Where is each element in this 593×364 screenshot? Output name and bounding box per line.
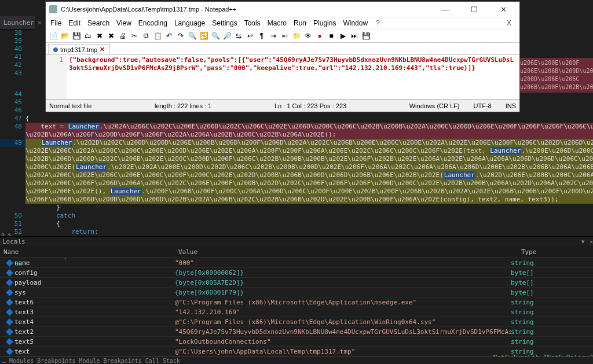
panel-header: Locals ▾ × <box>0 237 593 246</box>
menu-edit[interactable]: Edit <box>66 19 83 27</box>
panel-dropdown-icon[interactable]: ▾ <box>579 238 587 246</box>
locals-row[interactable]: payload{byte[0x005A7E2D]}byte[] <box>0 278 593 288</box>
menu-search[interactable]: Search <box>85 19 112 27</box>
playmulti-icon[interactable]: ⏭ <box>349 31 360 41</box>
menu-encoding[interactable]: Encoding <box>136 19 170 27</box>
ide-window: Launcher × 38 39 40 41 42 43 44 45 46 47… <box>0 0 593 364</box>
status-length: length : 222 lines : 1 <box>155 102 211 109</box>
menu-run[interactable]: Run <box>291 19 309 27</box>
menu-settings[interactable]: Settings <box>210 19 239 27</box>
locals-row[interactable]: text3"142.132.210.169"string <box>0 307 593 317</box>
file-tabstrip: tmp1317.tmp ✕ <box>46 43 519 55</box>
file-tab-label: tmp1317.tmp <box>60 46 97 53</box>
menu-language[interactable]: Language <box>172 19 207 27</box>
menu-window[interactable]: Window <box>341 19 370 27</box>
save-icon[interactable]: 💾 <box>71 31 82 41</box>
locals-panel: Name Value Type name"000"stringconfig{by… <box>0 246 593 357</box>
redo-icon[interactable]: ↷ <box>175 31 186 41</box>
allchars-icon[interactable]: ¶ <box>257 31 267 41</box>
var-icon <box>6 338 13 345</box>
window-title: C:\Users\john\AppData\Local\Temp\tmp1317… <box>61 6 429 13</box>
status-encoding: UTF-8 <box>474 102 492 109</box>
col-value[interactable]: Value <box>175 248 518 256</box>
saveall-icon[interactable]: 🗂 <box>83 31 93 41</box>
locals-row[interactable]: name"000"string <box>0 258 593 268</box>
replace-icon[interactable]: 🔁 <box>199 31 209 41</box>
secondary-close-icon[interactable]: X <box>504 19 514 27</box>
menu-tools[interactable]: Tools <box>242 19 263 27</box>
var-type: string <box>511 299 593 306</box>
maximize-button[interactable]: ☐ <box>462 5 487 14</box>
notepad-window: C:\Users\john\AppData\Local\Temp\tmp1317… <box>45 1 520 112</box>
minimize-button[interactable]: — <box>433 5 458 14</box>
closeall-icon[interactable]: ✖ <box>106 31 116 41</box>
var-icon <box>6 289 13 296</box>
app-icon <box>49 5 57 13</box>
cut-icon[interactable]: ✂ <box>129 31 140 41</box>
menu-plugins[interactable]: Plugins <box>311 19 338 27</box>
wrap-icon[interactable]: ↩ <box>245 31 255 41</box>
locals-row[interactable]: config{byte[0x00000062]}byte[] <box>0 268 593 278</box>
undo-icon[interactable]: ↶ <box>164 31 174 41</box>
var-icon <box>6 328 13 336</box>
var-icon <box>6 318 13 326</box>
menu-help[interactable]: ? <box>374 19 382 27</box>
titlebar[interactable]: C:\Users\john\AppData\Local\Temp\tmp1317… <box>46 2 519 17</box>
new-icon[interactable]: 📄 <box>48 31 58 41</box>
menu-file[interactable]: File <box>48 19 64 27</box>
record-icon[interactable]: ● <box>314 31 325 41</box>
play-icon[interactable]: ▶ <box>338 31 348 41</box>
locals-row[interactable]: text5"LockOutboundConnections"string <box>0 337 593 347</box>
bottom-tabbar[interactable]: … Modules Breakpoints Module Breakpoints… <box>0 356 593 364</box>
status-insert: INS <box>506 102 516 109</box>
menu-view[interactable]: View <box>114 19 134 27</box>
copy-icon[interactable]: ⧉ <box>141 31 151 41</box>
open-icon[interactable]: 📂 <box>60 31 70 41</box>
savemacro-icon[interactable]: 💾 <box>361 31 371 41</box>
tab-close-icon[interactable]: ✕ <box>100 46 105 53</box>
paste-icon[interactable]: 📋 <box>152 31 163 41</box>
sync-icon[interactable]: ⇆ <box>233 31 244 41</box>
var-name: text3 <box>14 308 34 316</box>
editor-area[interactable]: 1 {"background":true,"autosave":false,"p… <box>46 55 519 100</box>
toolbar: 📄 📂 💾 🗂 ✖ ✖ 🖨 ✂ ⧉ 📋 ↶ ↷ 🔍 🔁 🔍 🔎 ⇆ ↩ ¶ ⇥ … <box>46 29 519 43</box>
status-filetype: Normal text file <box>49 102 91 109</box>
var-type: string <box>511 259 593 267</box>
zoomin-icon[interactable]: 🔍 <box>210 31 221 41</box>
var-type: byte[] <box>511 289 593 296</box>
close-icon[interactable]: × <box>38 19 41 26</box>
locals-row[interactable]: text2"45Q69ryAJe7Sv73HuyvbD5dxnozUvn9NKb… <box>0 327 593 337</box>
editor-text[interactable]: {"background":true,"autosave":false,"poo… <box>67 55 519 99</box>
var-name: payload <box>14 279 41 286</box>
menu-macro[interactable]: Macro <box>265 19 289 27</box>
var-name: config <box>14 269 38 277</box>
zoomout-icon[interactable]: 🔎 <box>222 31 232 41</box>
var-value: @"C:\Program Files (x86)\Microsoft\Edge\… <box>175 318 511 326</box>
find-icon[interactable]: 🔍 <box>187 31 197 41</box>
indent-icon[interactable]: ⇥ <box>268 31 279 41</box>
monitor-icon[interactable]: 👁 <box>303 31 313 41</box>
stop-icon[interactable]: ■ <box>326 31 336 41</box>
col-name[interactable]: Name <box>0 248 175 256</box>
folder-icon[interactable]: 📁 <box>291 31 302 41</box>
var-name: text <box>14 348 30 355</box>
var-icon <box>6 279 13 286</box>
close-button[interactable]: ✕ <box>490 5 516 14</box>
close-file-icon[interactable]: ✖ <box>94 31 105 41</box>
editor-tab[interactable]: Launcher × <box>0 19 45 27</box>
locals-row[interactable]: text4@"C:\Program Files (x86)\Microsoft\… <box>0 317 593 327</box>
var-type: byte[] <box>511 269 593 277</box>
panel-close-icon[interactable]: × <box>587 238 593 246</box>
var-name: text4 <box>14 318 34 326</box>
locals-row[interactable]: text6@"C:\Program Files (x86)\Microsoft\… <box>0 297 593 307</box>
print-icon[interactable]: 🖨 <box>118 31 128 41</box>
status-position: Ln : 1 Col : 223 Pos : 223 <box>274 102 346 109</box>
locals-row[interactable]: sys{byte[0x00001F79]}byte[] <box>0 288 593 297</box>
file-tab[interactable]: tmp1317.tmp ✕ <box>48 44 110 54</box>
var-value: "LockOutboundConnections" <box>175 338 511 345</box>
file-state-icon <box>53 47 58 52</box>
col-type[interactable]: Type <box>518 248 593 256</box>
outdent-icon[interactable]: ⇤ <box>280 31 290 41</box>
var-type: string <box>511 318 593 326</box>
editor-tabstrip: Launcher × <box>0 16 35 30</box>
